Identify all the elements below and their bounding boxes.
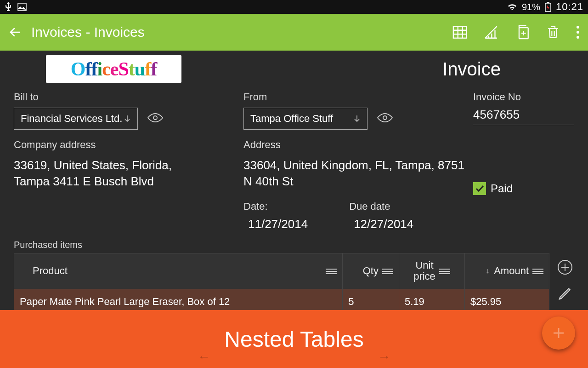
battery-percent: 91%: [522, 2, 540, 12]
design-icon[interactable]: [483, 24, 499, 40]
fab-add-button[interactable]: [542, 316, 575, 350]
svg-point-7: [577, 36, 579, 39]
from-selected: Tampa Office Stuff: [250, 113, 333, 125]
date-label: Date:: [243, 201, 308, 213]
svg-point-8: [153, 116, 157, 120]
svg-rect-2: [547, 2, 549, 3]
svg-point-9: [383, 116, 387, 120]
drag-handle-icon[interactable]: [382, 267, 393, 275]
chevron-down-icon: [124, 115, 131, 123]
drag-handle-icon[interactable]: [439, 267, 450, 275]
status-bar: 91% 10:21: [0, 0, 588, 14]
due-date-label: Due date: [349, 201, 413, 213]
date-value[interactable]: 11/27/2014: [248, 217, 308, 231]
edit-row-button[interactable]: [558, 286, 572, 303]
col-qty[interactable]: Qty: [343, 253, 399, 289]
add-row-button[interactable]: [557, 259, 573, 277]
wifi-icon: [507, 3, 517, 11]
billto-label: Bill to: [14, 91, 243, 103]
drag-handle-icon[interactable]: [532, 267, 543, 275]
from-address-text: 33604, United Kingdom, FL, Tampa, 8751 N…: [243, 157, 473, 190]
paid-checkbox[interactable]: [473, 182, 486, 195]
from-dropdown[interactable]: Tampa Office Stuff: [243, 108, 368, 130]
banner-text: Nested Tables: [224, 327, 363, 352]
usb-icon: [5, 2, 12, 12]
invoice-no-field[interactable]: 4567655: [473, 108, 574, 125]
invoice-no-label: Invoice No: [473, 91, 574, 103]
paid-label: Paid: [491, 182, 513, 195]
more-menu-icon[interactable]: [576, 25, 580, 39]
bottom-banner: ← Nested Tables →: [0, 310, 588, 368]
purchased-items-label: Purchased items: [14, 240, 574, 250]
invoice-heading: Invoice: [442, 59, 501, 80]
col-product[interactable]: Product: [14, 253, 343, 289]
drag-handle-icon[interactable]: [326, 267, 337, 275]
col-amount[interactable]: ↓Amount: [465, 253, 549, 289]
svg-point-6: [577, 31, 579, 34]
banner-next-icon[interactable]: →: [378, 350, 390, 364]
col-unit-price[interactable]: Unitprice: [399, 253, 464, 289]
company-address-text: 33619, United States, Florida, Tampa 341…: [14, 157, 243, 190]
page-title: Invoices - Invoices: [31, 24, 145, 40]
view-from-icon[interactable]: [377, 112, 393, 125]
svg-rect-3: [453, 26, 466, 38]
clock-time: 10:21: [556, 1, 583, 13]
delete-icon[interactable]: [546, 24, 560, 40]
due-date-value[interactable]: 12/27/2014: [354, 217, 413, 231]
from-label: From: [243, 91, 473, 103]
company-logo: OfficeStuff: [46, 55, 181, 83]
copy-add-icon[interactable]: [514, 24, 530, 40]
svg-point-5: [577, 26, 579, 29]
company-address-label: Company address: [14, 139, 243, 151]
billto-selected: Financial Services Ltd.: [21, 113, 122, 125]
action-bar: Invoices - Invoices: [0, 14, 588, 51]
sort-down-icon: ↓: [486, 267, 489, 275]
from-address-label: Address: [243, 139, 473, 151]
back-button[interactable]: [8, 25, 22, 39]
billto-dropdown[interactable]: Financial Services Ltd.: [14, 108, 138, 130]
image-icon: [17, 3, 27, 11]
banner-prev-icon[interactable]: ←: [198, 350, 210, 364]
view-billto-icon[interactable]: [147, 112, 164, 125]
battery-icon: [545, 2, 551, 12]
grid-view-icon[interactable]: [452, 24, 468, 40]
chevron-down-icon: [353, 115, 361, 123]
